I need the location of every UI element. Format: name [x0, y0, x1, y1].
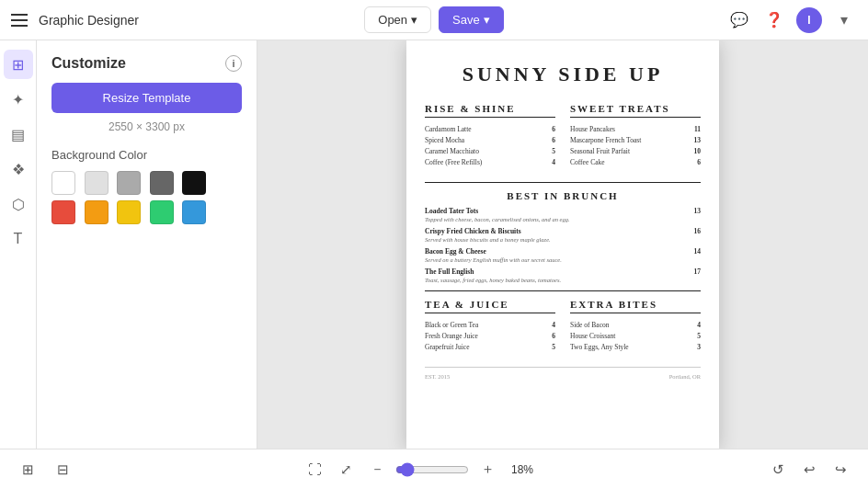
list-item: Coffee Cake6	[570, 158, 701, 166]
open-button[interactable]: Open ▾	[364, 6, 431, 33]
fullscreen-icon[interactable]: ⛶	[302, 457, 327, 483]
color-swatch-yellow-orange[interactable]	[85, 200, 108, 224]
topbar: Graphic Designer Open ▾ Save ▾ 💬 ❓ I ▾	[0, 0, 868, 40]
sidebar-item-customize[interactable]: ⊞	[4, 50, 33, 79]
divider	[425, 290, 701, 291]
list-item: Crispy Fried Chicken & Biscuits16 Served…	[425, 227, 701, 243]
topbar-center: Open ▾ Save ▾	[364, 6, 503, 33]
chevron-down-icon: ▾	[411, 13, 417, 27]
list-item: Bacon Egg & Cheese14 Served on a buttery…	[425, 247, 701, 263]
extra-bites-title: EXTRA BITES	[570, 299, 701, 313]
color-swatch-blue[interactable]	[182, 200, 206, 224]
bottom-right: ↺ ↩ ↪	[765, 457, 853, 483]
list-item: The Full English17 Toast, sausage, fried…	[425, 267, 701, 283]
customize-panel: Customize i Resize Template 2550 × 3300 …	[37, 40, 257, 449]
list-item: Grapefruit Juice5	[425, 343, 555, 351]
transform-icon[interactable]: ⤢	[333, 457, 359, 483]
color-swatch-black[interactable]	[182, 171, 206, 195]
color-swatch-dark-gray[interactable]	[150, 171, 174, 195]
list-item: Caramel Macchiato5	[425, 147, 555, 155]
bottom-columns: TEA & JUICE Black or Green Tea4 Fresh Or…	[425, 299, 701, 354]
save-button[interactable]: Save ▾	[439, 6, 504, 33]
sidebar-item-layers[interactable]: ❖	[4, 154, 33, 184]
undo-icon[interactable]: ↩	[796, 457, 822, 483]
menu-main-title: SUNNY SIDE UP	[425, 63, 701, 86]
help-icon[interactable]: ❓	[761, 7, 787, 33]
sweet-treats-col: SWEET TREATS House Pancakes11 Mascarpone…	[570, 103, 701, 169]
list-item: Fresh Orange Juice6	[425, 332, 555, 340]
zoom-out-icon[interactable]: －	[364, 457, 390, 483]
zoom-in-icon[interactable]: ＋	[474, 457, 500, 483]
main-area: ⊞ ✦ ▤ ❖ ⬡ T Customize i Resize Template …	[0, 40, 868, 449]
color-grid	[51, 171, 242, 224]
bg-color-label: Background Color	[51, 148, 242, 162]
bottom-center: ⛶ ⤢ － ＋ 18%	[302, 457, 539, 483]
chevron-down-icon: ▾	[484, 13, 490, 27]
zoom-level: 18%	[506, 463, 539, 476]
sidebar-item-apps[interactable]: ⬡	[4, 189, 33, 219]
bottombar: ⊞ ⊟ ⛶ ⤢ － ＋ 18% ↺ ↩ ↪	[0, 449, 868, 489]
color-swatch-white[interactable]	[51, 171, 75, 195]
expand-icon[interactable]: ▾	[831, 7, 857, 33]
list-item: House Croissant5	[570, 332, 701, 340]
tea-juice-col: TEA & JUICE Black or Green Tea4 Fresh Or…	[425, 299, 555, 354]
topbar-right: 💬 ❓ I ▾	[513, 7, 857, 33]
panel-title-text: Customize	[51, 55, 126, 72]
hamburger-menu-icon[interactable]	[11, 10, 31, 30]
sidebar-item-text[interactable]: T	[4, 224, 33, 254]
color-swatch-red[interactable]	[51, 200, 75, 224]
bottom-left: ⊞ ⊟	[15, 457, 75, 483]
left-sidebar: ⊞ ✦ ▤ ❖ ⬡ T	[0, 40, 37, 449]
comment-icon[interactable]: 💬	[726, 7, 752, 33]
list-item: Spiced Mocha6	[425, 136, 555, 144]
refresh-icon[interactable]: ↺	[765, 457, 791, 483]
zoom-slider[interactable]	[395, 462, 469, 477]
list-item: Coffee (Free Refills)4	[425, 158, 555, 166]
footer-left: EST. 2015	[425, 373, 450, 380]
avatar[interactable]: I	[796, 7, 822, 33]
info-icon[interactable]: i	[225, 55, 242, 72]
menu-footer: EST. 2015 Portland, OR	[425, 367, 701, 380]
resize-template-button[interactable]: Resize Template	[51, 83, 242, 113]
layout-view-icon[interactable]: ⊟	[50, 457, 75, 483]
canvas-area[interactable]: SUNNY SIDE UP RISE & SHINE Cardamom Latt…	[257, 40, 868, 449]
best-brunch-title: BEST IN BRUNCH	[425, 190, 701, 201]
redo-icon[interactable]: ↪	[828, 457, 853, 483]
sweet-treats-title: SWEET TREATS	[570, 103, 701, 118]
list-item: Mascarpone French Toast13	[570, 136, 701, 144]
color-swatch-placeholder	[215, 171, 239, 195]
grid-view-icon[interactable]: ⊞	[15, 457, 40, 483]
list-item: Loaded Tater Tots13 Topped with cheese, …	[425, 207, 701, 222]
extra-bites-col: EXTRA BITES Side of Bacon4 House Croissa…	[570, 299, 701, 354]
color-swatch-yellow[interactable]	[117, 200, 141, 224]
list-item: Two Eggs, Any Style3	[570, 343, 701, 351]
list-item: Side of Bacon4	[570, 321, 701, 329]
color-swatch-gray[interactable]	[117, 171, 141, 195]
tea-juice-title: TEA & JUICE	[425, 299, 555, 313]
color-swatch-light-gray[interactable]	[85, 171, 108, 195]
app-title: Graphic Designer	[39, 13, 139, 28]
menu-document: SUNNY SIDE UP RISE & SHINE Cardamom Latt…	[406, 40, 719, 449]
panel-header: Customize i	[51, 55, 242, 72]
footer-right: Portland, OR	[669, 373, 701, 380]
list-item: Black or Green Tea4	[425, 321, 555, 329]
list-item: Cardamom Latte6	[425, 125, 555, 133]
sidebar-item-elements[interactable]: ✦	[4, 85, 33, 114]
list-item: House Pancakes11	[570, 125, 701, 133]
color-swatch-green[interactable]	[150, 200, 174, 224]
rise-shine-title: RISE & SHINE	[425, 103, 555, 118]
top-columns: RISE & SHINE Cardamom Latte6 Spiced Moch…	[425, 103, 701, 169]
rise-shine-col: RISE & SHINE Cardamom Latte6 Spiced Moch…	[425, 103, 555, 169]
divider	[425, 182, 701, 183]
topbar-left: Graphic Designer	[11, 10, 355, 30]
list-item: Seasonal Fruit Parfait10	[570, 147, 701, 155]
sidebar-item-layouts[interactable]: ▤	[4, 119, 33, 149]
dimensions-text: 2550 × 3300 px	[51, 120, 242, 133]
